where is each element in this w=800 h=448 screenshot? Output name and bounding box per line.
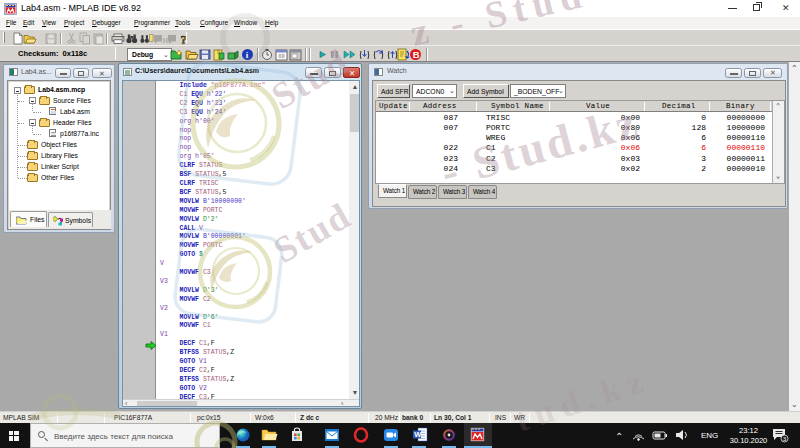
- svg-text:3: 3: [783, 436, 786, 442]
- svg-text:B: B: [413, 49, 420, 60]
- svg-text:W: W: [414, 430, 422, 439]
